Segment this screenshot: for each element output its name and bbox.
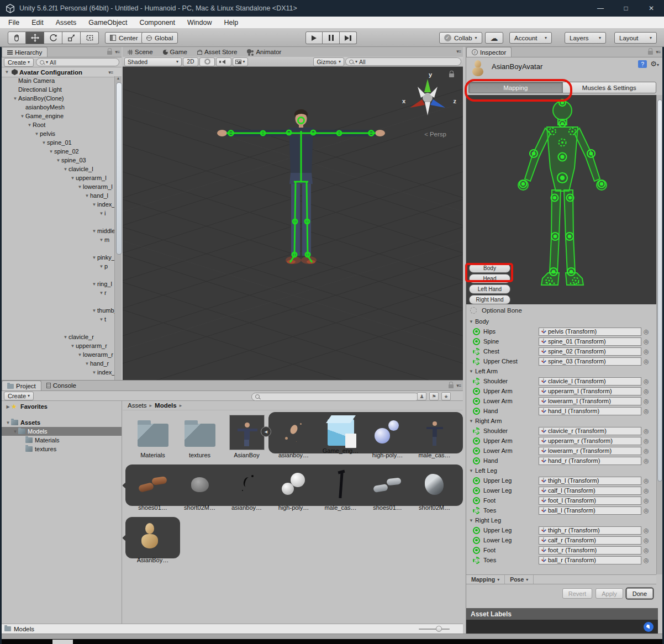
bone-transform-field[interactable]: clavicle_l (Transform) — [539, 377, 641, 386]
object-picker-icon[interactable] — [644, 428, 649, 434]
fold-arrow-icon[interactable]: ▼ — [41, 140, 47, 145]
tab-inspector[interactable]: Inspector — [466, 47, 512, 57]
project-tree-item[interactable]: Materials — [2, 436, 122, 445]
collab-button[interactable]: Collab▾ — [439, 32, 482, 44]
fold-arrow-icon[interactable]: ▼ — [98, 291, 104, 295]
hierarchy-item[interactable]: Main Camera — [2, 76, 114, 85]
fold-arrow-icon[interactable]: ▼ — [27, 123, 33, 128]
hierarchy-item[interactable]: ▼ spine_03 — [2, 156, 114, 165]
fold-arrow-icon[interactable]: ▼ — [91, 202, 97, 207]
project-tree-item[interactable]: ▶ Favorites — [2, 402, 122, 411]
object-picker-icon[interactable] — [644, 478, 649, 484]
hierarchy-item[interactable]: ▼ lowerarm_r — [2, 350, 114, 359]
cloud-services-button[interactable]: ☁ — [485, 32, 503, 44]
scale-tool-button[interactable] — [62, 31, 81, 44]
bone-transform-field[interactable]: upperarm_l (Transform) — [539, 387, 641, 395]
hierarchy-item[interactable]: ▼ t — [2, 315, 114, 324]
object-picker-icon[interactable] — [644, 458, 649, 464]
asset-item[interactable]: AsianBoy — [223, 415, 270, 458]
global-space-button[interactable]: Global — [141, 32, 178, 44]
project-search-input[interactable] — [251, 393, 419, 401]
axis-y-label[interactable]: y — [429, 71, 432, 78]
object-picker-icon[interactable] — [644, 358, 649, 365]
audio-toggle-button[interactable] — [216, 57, 231, 66]
fold-arrow-icon[interactable]: ▼ — [469, 419, 475, 424]
layers-dropdown[interactable]: Layers▾ — [565, 32, 606, 44]
asset-item[interactable]: asianboy… — [223, 467, 270, 511]
bone-transform-field[interactable]: calf_l (Transform) — [539, 487, 641, 495]
hierarchy-item[interactable]: ▼ thumb_l — [2, 306, 114, 315]
fold-arrow-icon[interactable]: ▼ — [12, 429, 18, 434]
apply-button[interactable]: Apply — [596, 588, 623, 599]
object-picker-icon[interactable] — [644, 498, 649, 504]
object-picker-icon[interactable] — [644, 488, 649, 494]
hierarchy-create-button[interactable]: Create▾ — [4, 58, 34, 67]
help-icon[interactable] — [638, 60, 647, 68]
fold-arrow-icon[interactable]: ▼ — [84, 193, 90, 198]
effects-dropdown-button[interactable]: ▾ — [233, 57, 248, 66]
bone-transform-field[interactable]: upperarm_r (Transform) — [539, 437, 641, 445]
bone-transform-field[interactable]: foot_r (Transform) — [539, 546, 641, 555]
project-tree-item[interactable]: ▼ Models — [2, 427, 122, 436]
asset-item[interactable]: male_cas… — [317, 467, 364, 511]
asset-item[interactable]: AsianBoy… — [129, 520, 176, 563]
object-picker-icon[interactable] — [644, 527, 649, 534]
pause-button[interactable] — [323, 31, 340, 44]
hierarchy-item[interactable]: asianboyMesh — [2, 103, 114, 112]
hierarchy-item[interactable]: ▼ p — [2, 262, 114, 271]
object-picker-icon[interactable] — [644, 349, 649, 355]
search-by-label-button[interactable]: ⚑ — [429, 392, 439, 400]
bone-transform-field[interactable]: thigh_r (Transform) — [539, 526, 641, 535]
object-picker-icon[interactable] — [644, 438, 649, 444]
revert-button[interactable]: Revert — [562, 588, 592, 599]
panel-menu-icon[interactable]: ▾≡ — [456, 49, 461, 54]
fold-arrow-icon[interactable]: ▼ — [84, 361, 90, 366]
bone-transform-field[interactable]: pelvis (Transform) — [539, 328, 641, 336]
hierarchy-scrollbar[interactable]: ▲ — [114, 76, 122, 380]
object-picker-icon[interactable] — [644, 448, 649, 454]
hierarchy-item[interactable] — [2, 297, 114, 306]
hierarchy-item[interactable]: ▼ pelvis — [2, 129, 114, 138]
rect-tool-button[interactable] — [81, 31, 99, 44]
asset-item[interactable]: high-poly… — [364, 415, 411, 458]
fold-arrow-icon[interactable]: ▼ — [70, 344, 76, 349]
bone-transform-field[interactable]: hand_l (Transform) — [539, 407, 641, 415]
hierarchy-item[interactable] — [2, 244, 114, 253]
close-button[interactable]: ✕ — [639, 0, 664, 17]
fold-arrow-icon[interactable]: ▼ — [77, 184, 83, 189]
lock-icon[interactable] — [449, 384, 454, 388]
fold-arrow-icon[interactable]: ▼ — [469, 319, 475, 324]
play-button[interactable] — [305, 31, 323, 44]
body-part-button[interactable]: Body — [469, 263, 510, 273]
asset-item[interactable]: Game_eng… — [317, 415, 364, 458]
object-picker-icon[interactable] — [644, 378, 649, 384]
scene-search-input[interactable]: ▾ All — [345, 57, 461, 66]
gizmo-lock-icon[interactable] — [449, 73, 454, 77]
bone-transform-field[interactable]: spine_03 (Transform) — [539, 357, 641, 366]
asset-item[interactable]: high-poly… — [270, 467, 317, 511]
inspector-scrollbar[interactable] — [656, 95, 662, 574]
scene-orientation-gizmo[interactable] — [401, 73, 454, 126]
breadcrumb-assets[interactable]: Assets — [128, 402, 147, 409]
object-picker-icon[interactable] — [644, 557, 649, 563]
body-part-button[interactable]: Left Hand — [469, 284, 510, 294]
favorites-star-button[interactable]: ★ — [441, 392, 451, 400]
hierarchy-item[interactable] — [2, 271, 114, 279]
fold-arrow-icon[interactable]: ▼ — [98, 237, 104, 242]
hierarchy-item[interactable] — [2, 218, 114, 226]
hierarchy-item[interactable]: ▼ hand_l — [2, 191, 114, 200]
hierarchy-item[interactable]: ▼ spine_01 — [2, 138, 114, 147]
hierarchy-item[interactable]: ▼ spine_02 — [2, 147, 114, 156]
asset-item[interactable]: shoes01… — [129, 467, 176, 511]
asset-item[interactable]: shoes01… — [364, 467, 411, 511]
step-button[interactable] — [340, 31, 357, 44]
scene-view-tab[interactable]: Scene — [123, 47, 158, 57]
bone-transform-field[interactable]: foot_l (Transform) — [539, 497, 641, 505]
project-tree-item[interactable]: ▼ Assets — [2, 418, 122, 427]
pivot-center-button[interactable]: Center — [105, 32, 143, 44]
menu-item[interactable]: GameObject — [82, 19, 133, 27]
fold-arrow-icon[interactable]: ▼ — [91, 370, 97, 375]
body-part-button[interactable]: Head — [469, 274, 510, 283]
hierarchy-item[interactable]: ▼ ring_l — [2, 279, 114, 288]
fold-arrow-icon[interactable]: ▼ — [19, 114, 25, 119]
